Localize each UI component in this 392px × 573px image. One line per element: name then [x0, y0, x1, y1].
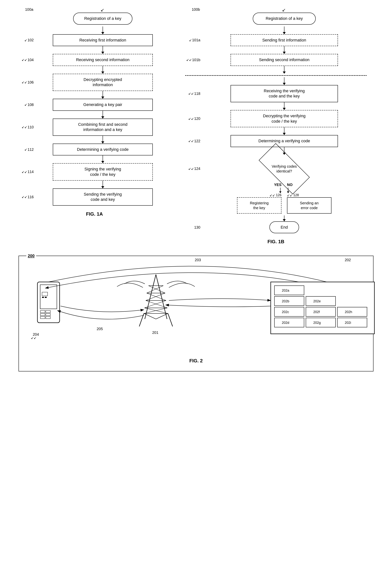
fig1a-text-114: Signing the verifyingcode / the key [85, 167, 121, 177]
fig1b-ref-124: ↙↙ 124 [185, 166, 202, 171]
arrow-1a-5 [35, 136, 170, 143]
fig1b-branch: YES ↙↙ 126 Registeringthe key NO [185, 183, 367, 214]
fig1a-ref-label: 100a [18, 7, 35, 12]
fig1a-ref-104: ↙↙ 104 [18, 58, 35, 62]
svg-text:205: 205 [97, 327, 103, 331]
fig1b-start-box: Registration of a key [253, 13, 316, 25]
fig1a-text-116: Sending the verifyingcode and key [84, 192, 122, 202]
fig1a-text-106: Decrypting encryptedinformation [84, 77, 122, 87]
svg-line-24 [146, 301, 167, 308]
fig1a-box-114: Signing the verifyingcode / the key [53, 163, 153, 180]
svg-line-13 [145, 275, 156, 319]
fig1a-text-104: Receiving second information [76, 57, 130, 62]
fig1b-ref-128: 128 [293, 193, 299, 197]
arrow-1b-3 [202, 102, 367, 110]
svg-line-20 [149, 286, 165, 293]
svg-text:202f: 202f [313, 310, 320, 314]
fig1b-ref-101b: ↙↙ 101b [185, 58, 202, 62]
fig1b-step-120: ↙↙ 120 Decrypting the verifyingcode / th… [185, 110, 367, 127]
svg-text:202g: 202g [313, 321, 321, 324]
fig1a-step-104: ↙↙ 104 Receiving second information [18, 54, 170, 66]
svg-rect-3 [42, 297, 44, 298]
arrow-1b-0 [202, 26, 367, 34]
svg-line-21 [147, 286, 163, 293]
fig2-ref-202: 202 [345, 258, 351, 262]
svg-rect-51 [337, 318, 367, 327]
fig1b-label: FIG. 1B [185, 239, 367, 245]
arrow-1b-4 [202, 127, 367, 135]
fig1b-yes-branch: YES ↙↙ 126 Registeringthe key [237, 183, 281, 214]
fig1a-ref-116: ↙↙ 116 [18, 195, 35, 199]
fig1b-arrow-indicator: ↙ [282, 7, 286, 13]
fig1b-text-118: Receiving the verifyingcode and the key [264, 89, 305, 99]
svg-text:202i: 202i [345, 321, 351, 324]
fig1b-flowchart: 100b ↙ Registration of a key [185, 7, 367, 245]
fig1a-text-108: Generating a key pair [83, 102, 122, 107]
fig1b-box-126: Registeringthe key [237, 197, 281, 214]
svg-text:202h: 202h [345, 310, 352, 314]
fig1b-diamond-124: Verifying codesidentical? [260, 157, 308, 181]
fig1a-step-112: ↙ 112 Determining a verifying code [18, 143, 170, 156]
svg-rect-41 [274, 307, 304, 316]
fig1b-ref-122: ↙↙ 122 [185, 139, 202, 143]
fig1b-yes-zigzag: ↙↙ [270, 193, 275, 197]
svg-text:202e: 202e [313, 299, 321, 303]
arrow-1a-4 [35, 111, 170, 119]
fig1a-box-102: Receiving first information [53, 34, 153, 46]
fig1b-box-101a: Sending first information [231, 34, 338, 46]
fig1a-ref-110: ↙↙ 110 [18, 125, 35, 129]
fig2-svg: 204 ↙↙ [30, 263, 382, 356]
fig2-section: 200 203 202 [18, 256, 374, 372]
fig2-ref-203: 203 [195, 258, 201, 262]
fig1b-text-122: Determining a verifying code [258, 139, 310, 143]
svg-line-29 [168, 313, 172, 326]
fig1a-start-label: Registration of a key [84, 16, 121, 21]
fig1a-ref-106: ↙↙ 106 [18, 80, 35, 85]
fig1b-ref-120: ↙↙ 120 [185, 117, 202, 121]
arrow-1a-3 [35, 91, 170, 99]
fig1a-ref-112: ↙ 112 [18, 147, 35, 152]
fig1a-box-112: Determining a verifying code [53, 143, 153, 156]
svg-text:202b: 202b [282, 299, 289, 303]
fig1b-ref-126: 126 [276, 193, 281, 197]
arrow-1a-7 [35, 181, 170, 188]
fig1b-step-101a: ↙ 101a Sending first information [185, 34, 367, 46]
arrow-1b-1 [202, 46, 367, 54]
arrow-1b-2b [202, 77, 367, 85]
arrow-1a-1 [35, 46, 170, 54]
fig1b-step-118: ↙↙ 118 Receiving the verifyingcode and t… [185, 85, 367, 102]
fig1a-box-106: Decrypting encryptedinformation [53, 74, 153, 91]
fig2-ref-200: 200 [26, 253, 36, 258]
fig1a-text-110: Combining first and secondinformation an… [78, 122, 128, 132]
svg-line-25 [144, 301, 166, 308]
fig1b-step-101b: ↙↙ 101b Sending second information [185, 54, 367, 66]
fig2-inner: 203 202 [30, 263, 362, 356]
fig1a-ref-114: ↙↙ 114 [18, 170, 35, 174]
fig1b-ref-118: ↙↙ 118 [185, 91, 202, 96]
fig1b-text-126: Registeringthe key [250, 201, 269, 210]
fig1a-start-box: Registration of a key [73, 13, 132, 25]
fig1b-yes-label: YES [274, 183, 281, 187]
fig1a-step-116: ↙↙ 116 Sending the verifyingcode and key [18, 188, 170, 206]
fig1b-step-130: 130 End [185, 221, 367, 233]
arrow-1b-end [202, 215, 367, 221]
fig1b-diamond-text-124: Verifying codesidentical? [272, 164, 297, 174]
fig1b-end-box: End [269, 221, 299, 233]
fig1b-text-128: Sending anerror code [300, 201, 319, 210]
arrow-1a-2 [35, 66, 170, 74]
fig1b-box-128: Sending anerror code [287, 197, 331, 214]
svg-rect-4 [45, 297, 47, 298]
fig1b-box-118: Receiving the verifyingcode and the key [231, 85, 338, 102]
svg-text:204: 204 [33, 332, 39, 336]
fig1a-ref-108: ↙ 108 [18, 103, 35, 107]
fig1b-ref-101a: ↙ 101a [185, 38, 202, 42]
fig1a-step-110: ↙↙ 110 Combining first and secondinforma… [18, 119, 170, 136]
fig1b-box-120: Decrypting the verifyingcode / the key [231, 110, 338, 127]
top-section: 100a ↙ Registration of a key [7, 7, 385, 245]
fig1b-text-101b: Sending second information [259, 57, 310, 62]
fig1b-separator [185, 75, 367, 76]
fig1b-end-label: End [281, 225, 288, 230]
svg-text:202d: 202d [282, 321, 289, 324]
fig1b-box-101b: Sending second information [231, 54, 338, 66]
fig1b-step-124: ↙↙ 124 Verifying codesidentical? [185, 155, 367, 183]
